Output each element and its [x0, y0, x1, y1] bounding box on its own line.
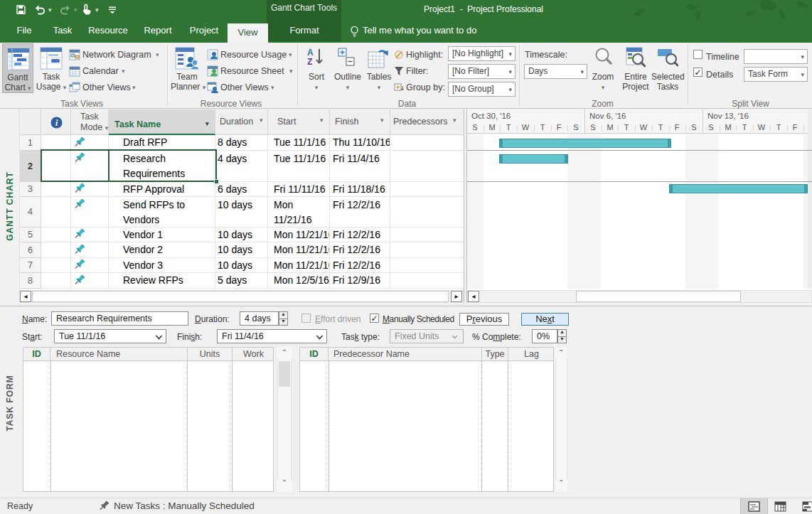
- svg-text:i: i: [55, 117, 58, 128]
- svg-text:Z: Z: [307, 57, 312, 67]
- svg-text:A: A: [307, 48, 314, 58]
